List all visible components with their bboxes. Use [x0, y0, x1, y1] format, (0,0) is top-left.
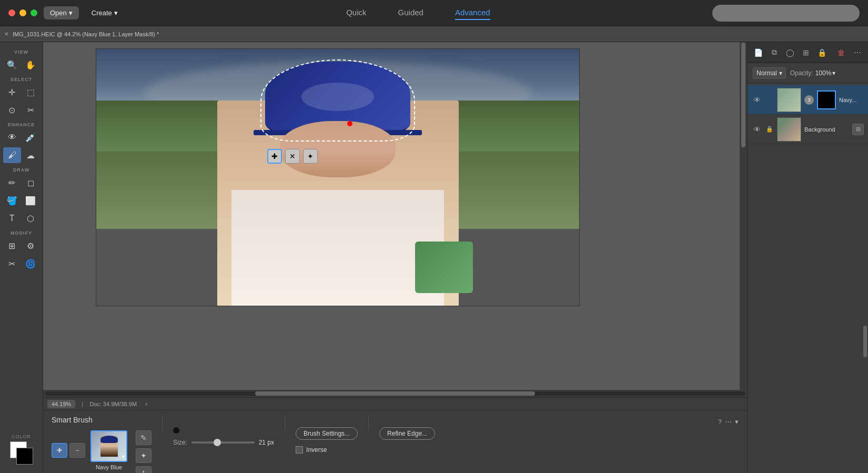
layer-navy[interactable]: 👁 3 Navy... — [748, 85, 868, 115]
tool-options-bar: Smart Brush ✚ − — [43, 410, 747, 473]
brush-settings-button[interactable]: Brush Settings... — [296, 427, 358, 440]
mode-tabs: Quick Guided Advanced — [130, 6, 706, 20]
horizontal-scrollbar[interactable] — [43, 390, 747, 397]
lasso-tool[interactable]: ⊙ — [3, 102, 21, 118]
layer-mask-thumb[interactable] — [817, 90, 836, 109]
size-slider-handle[interactable] — [214, 439, 221, 446]
size-value: 21 px — [259, 439, 274, 446]
modify-tools-row1: ⊞ ⚙ — [0, 237, 43, 255]
eraser-panel-icon[interactable]: ◯ — [784, 46, 796, 59]
draw-tools-row3: T ⬡ — [0, 209, 43, 227]
help-row: ? ⋯ ▾ — [718, 418, 739, 426]
smart-brush-tool[interactable]: 🖌 — [3, 147, 21, 163]
doc-tab-close-icon[interactable]: ✕ — [4, 31, 8, 37]
layer-background[interactable]: 👁 🔒 Background ⊞ — [748, 115, 868, 144]
paint-mode-1[interactable]: ✎ — [136, 430, 152, 445]
layer-navy-name: Navy... — [839, 97, 864, 103]
vertical-scrollbar[interactable] — [740, 42, 747, 390]
new-layer-icon[interactable]: 📄 — [752, 46, 764, 59]
brush-subtract-mode-btn[interactable]: − — [69, 443, 85, 458]
recompose-tool[interactable]: ⚙ — [22, 238, 40, 254]
status-expand-icon[interactable]: › — [145, 400, 147, 408]
minimize-button[interactable] — [19, 9, 26, 16]
crop-tool[interactable]: ⊞ — [3, 238, 21, 254]
create-button[interactable]: Create ▾ — [85, 6, 124, 19]
detail-smart-brush-tool[interactable]: ☁ — [22, 147, 40, 163]
size-slider[interactable] — [191, 441, 255, 444]
statusbar: 44.19% | Doc: 34.9M/38.9M › — [43, 397, 747, 410]
layer-bg-link-icon[interactable]: ⊞ — [852, 124, 864, 135]
blend-mode-select[interactable]: Normal ▾ — [753, 67, 786, 79]
collapse-icon[interactable]: ▾ — [735, 418, 739, 426]
layer-navy-thumb — [777, 88, 801, 112]
blur-tool[interactable]: ⬡ — [22, 210, 40, 226]
view-tools-row: 🔍 ✋ — [0, 56, 43, 74]
red-eye-tool[interactable]: 👁 — [3, 129, 21, 145]
blend-mode-value: Normal — [756, 69, 777, 77]
layer-navy-visibility-icon[interactable]: 👁 — [752, 95, 762, 105]
duplicate-layer-icon[interactable]: ⧉ — [768, 46, 780, 59]
delete-layer-icon[interactable]: 🗑 — [835, 46, 847, 59]
add-brush-mode[interactable]: ✚ — [267, 149, 282, 164]
canvas-wrapper[interactable]: ✚ ✕ ✦ — [43, 42, 747, 390]
paint-mode-3[interactable]: ✢ — [136, 466, 152, 473]
healing-tool[interactable]: 💉 — [22, 129, 40, 145]
layer-number-badge: 3 — [804, 95, 814, 105]
crop-panel-icon[interactable]: ⊞ — [800, 46, 812, 59]
straighten-tool[interactable]: ✂ — [3, 256, 21, 271]
color-swatches[interactable] — [10, 441, 33, 465]
more-options-icon[interactable]: ⋯ — [725, 418, 732, 426]
zoom-level[interactable]: 44.19% — [47, 400, 75, 408]
hand-tool[interactable]: ✋ — [22, 57, 40, 73]
intersect-brush-mode[interactable]: ✦ — [303, 149, 318, 164]
draw-tools-row2: 🪣 ⬜ — [0, 192, 43, 209]
paint-bucket-tool[interactable]: 🪣 — [3, 193, 21, 208]
maximize-button[interactable] — [31, 9, 37, 16]
eraser-tool[interactable]: ◻ — [22, 175, 40, 190]
tab-quick[interactable]: Quick — [346, 6, 366, 20]
brush-preset-area: ✚ − — [52, 430, 127, 470]
panel-more-icon[interactable]: ⋯ — [851, 46, 864, 59]
pencil-tool[interactable]: ✏ — [3, 175, 21, 190]
paint-mode-2[interactable]: ✦ — [136, 448, 152, 463]
marquee-tool[interactable]: ⬚ — [22, 84, 40, 100]
inverse-label: Inverse — [306, 446, 327, 454]
canvas-area: ✚ ✕ ✦ 44.19% | Doc: 34.9M/38.9M › — [43, 42, 747, 473]
gradient-tool[interactable]: ⬜ — [22, 193, 40, 208]
layer-bg-thumb — [777, 117, 801, 142]
layer-bg-visibility-icon[interactable]: 👁 — [752, 124, 762, 135]
help-icon[interactable]: ? — [718, 418, 722, 426]
quick-select-tool[interactable]: ✂ — [22, 102, 40, 118]
refine-edge-button[interactable]: Refine Edge... — [379, 427, 435, 440]
color-label: COLOR — [12, 434, 31, 439]
type-tool[interactable]: T — [3, 210, 21, 226]
opacity-row: Opacity: 100% ▾ — [790, 69, 836, 77]
close-button[interactable] — [8, 9, 15, 16]
opacity-chevron-icon: ▾ — [832, 69, 835, 77]
search-bar[interactable] — [712, 5, 860, 22]
zoom-tool[interactable]: 🔍 — [3, 57, 21, 73]
right-panel: 📄 ⧉ ◯ ⊞ 🔒 🗑 ⋯ Normal ▾ Opacity: 100% ▾ — [747, 42, 868, 473]
opacity-value[interactable]: 100% ▾ — [815, 69, 836, 77]
move-tool[interactable]: ✛ — [3, 84, 21, 100]
brush-preset-thumbnail[interactable]: ▾ — [90, 430, 127, 462]
panel-toolbar: 📄 ⧉ ◯ ⊞ 🔒 🗑 ⋯ — [748, 42, 868, 63]
lock-panel-icon[interactable]: 🔒 — [816, 46, 829, 59]
open-button[interactable]: Open ▾ — [44, 6, 79, 19]
extra-modes: ✎ ✦ ✢ — [136, 430, 152, 473]
color-swatch-area: COLOR — [0, 430, 43, 469]
canvas[interactable]: ✚ ✕ ✦ — [96, 48, 580, 306]
tab-advanced[interactable]: Advanced — [455, 6, 490, 20]
subtract-brush-mode[interactable]: ✕ — [285, 149, 300, 164]
separator-2 — [285, 416, 285, 430]
foreground-color-swatch[interactable] — [16, 448, 33, 465]
inverse-checkbox[interactable] — [296, 446, 303, 454]
create-label: Create — [92, 9, 112, 17]
opacity-number: 100% — [815, 69, 832, 77]
liquify-tool[interactable]: 🌀 — [22, 256, 40, 271]
panel-scrollbar-thumb[interactable] — [863, 326, 867, 357]
doc-tab[interactable]: IMG_1031.HEIC @ 44.2% (Navy Blue 1, Laye… — [8, 29, 163, 39]
brush-mode-group: ✚ − — [52, 443, 85, 458]
tab-guided[interactable]: Guided — [398, 6, 423, 20]
brush-add-mode-btn[interactable]: ✚ — [52, 443, 67, 458]
